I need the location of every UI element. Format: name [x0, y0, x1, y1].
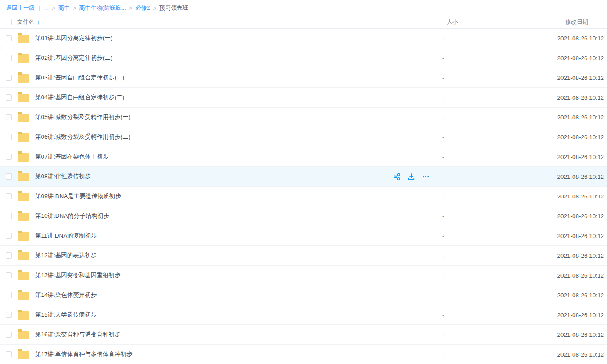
file-date: 2021-08-26 10:12: [557, 332, 604, 338]
row-checkbox[interactable]: [6, 351, 12, 357]
file-size: -: [442, 292, 444, 299]
breadcrumb-item-biology[interactable]: 高中生物(陆巍巍...: [79, 4, 126, 12]
file-name[interactable]: 第10讲:DNA的分子结构初步: [35, 212, 109, 220]
breadcrumb-item-bixiu2[interactable]: 必修2: [135, 4, 150, 12]
file-date: 2021-08-26 10:12: [557, 173, 604, 180]
table-header: 文件名 ↑ 大小 修改日期: [0, 16, 607, 29]
file-name[interactable]: 第06讲:减数分裂及受精作用初步(二): [35, 133, 130, 141]
file-size: -: [442, 55, 444, 61]
row-checkbox[interactable]: [6, 114, 12, 120]
breadcrumb-item-gaozhong[interactable]: 高中: [58, 4, 70, 12]
breadcrumb-separator: >: [52, 5, 55, 11]
row-checkbox[interactable]: [6, 154, 12, 160]
file-list: 第01讲:基因分离定律初步(一) - 2021-08-26 10:12: [0, 29, 607, 364]
row-checkbox[interactable]: [6, 312, 12, 318]
file-name[interactable]: 第02讲:基因分离定律初步(二): [35, 54, 112, 62]
table-row[interactable]: 第06讲:减数分裂及受精作用初步(二) - 2021-08-26 10:12: [0, 127, 607, 147]
file-size: -: [442, 272, 444, 279]
file-size: -: [442, 173, 444, 180]
table-row[interactable]: 第07讲:基因在染色体上初步 - 2021-08-26 10:12: [0, 147, 607, 167]
file-name[interactable]: 第08讲:伴性遗传初步: [35, 173, 91, 180]
table-row[interactable]: 第02讲:基因分离定律初步(二) - 2021-08-26 10:12: [0, 48, 607, 68]
table-row[interactable]: 第09讲:DNA是主要遗传物质初步 - 2021-08-26 10:12: [0, 187, 607, 206]
table-row[interactable]: 第12讲:基因的表达初步 - 2021-08-26 10:12: [0, 246, 607, 266]
breadcrumb: 返回上一级 | ... > 高中 > 高中生物(陆巍巍... > 必修2 > 预…: [0, 0, 607, 16]
file-size: -: [442, 213, 444, 220]
row-checkbox[interactable]: [6, 272, 12, 278]
folder-icon: [18, 173, 29, 181]
row-checkbox[interactable]: [6, 55, 12, 61]
breadcrumb-item-current: 预习领先班: [159, 4, 188, 12]
column-header-date[interactable]: 修改日期: [565, 18, 588, 26]
table-row[interactable]: 第13讲:基因突变和基因重组初步 - 2021-08-26 10:12: [0, 266, 607, 285]
select-all-checkbox[interactable]: [6, 19, 12, 25]
file-date: 2021-08-26 10:12: [557, 312, 604, 318]
file-name[interactable]: 第12讲:基因的表达初步: [35, 252, 97, 259]
table-row[interactable]: 第17讲:单倍体育种与多倍体育种初步 - 2021-08-26 10:12: [0, 345, 607, 364]
table-row[interactable]: 第03讲:基因自由组合定律初步(一) - 2021-08-26 10:12: [0, 68, 607, 88]
table-row[interactable]: 第01讲:基因分离定律初步(一) - 2021-08-26 10:12: [0, 29, 607, 48]
row-checkbox[interactable]: [6, 173, 12, 180]
file-size: -: [442, 134, 444, 141]
folder-icon: [18, 232, 29, 241]
file-size: -: [442, 252, 444, 259]
folder-icon: [18, 54, 29, 63]
file-name[interactable]: 第14讲:染色体变异初步: [35, 291, 97, 299]
row-checkbox[interactable]: [6, 252, 12, 259]
table-row[interactable]: 第15讲:人类遗传病初步 - 2021-08-26 10:12: [0, 305, 607, 325]
table-row[interactable]: 第14讲:染色体变异初步 - 2021-08-26 10:12: [0, 285, 607, 305]
folder-icon: [18, 213, 29, 221]
row-checkbox[interactable]: [6, 292, 12, 298]
file-name[interactable]: 第15讲:人类遗传病初步: [35, 311, 97, 319]
folder-icon: [18, 272, 29, 280]
row-checkbox[interactable]: [6, 332, 12, 338]
file-name[interactable]: 第05讲:减数分裂及受精作用初步(一): [35, 113, 130, 121]
back-link[interactable]: 返回上一级: [6, 4, 35, 12]
file-name[interactable]: 第11讲:DNA的复制初步: [35, 232, 97, 240]
file-name[interactable]: 第04讲:基因自由组合定律初步(二): [35, 94, 124, 101]
row-checkbox[interactable]: [6, 193, 12, 199]
file-size: -: [442, 114, 444, 121]
table-row[interactable]: 第10讲:DNA的分子结构初步 - 2021-08-26 10:12: [0, 206, 607, 226]
file-date: 2021-08-26 10:12: [557, 134, 604, 141]
folder-icon: [18, 74, 29, 83]
breadcrumb-item-ellipsis[interactable]: ...: [44, 5, 49, 11]
file-name[interactable]: 第03讲:基因自由组合定律初步(一): [35, 74, 124, 82]
folder-icon: [18, 35, 29, 43]
file-name[interactable]: 第16讲:杂交育种与诱变育种初步: [35, 331, 120, 339]
table-row[interactable]: 第16讲:杂交育种与诱变育种初步 - 2021-08-26 10:12: [0, 325, 607, 345]
folder-icon: [18, 94, 29, 102]
folder-icon: [18, 292, 29, 300]
file-size: -: [442, 154, 444, 160]
column-header-filename[interactable]: 文件名: [17, 18, 34, 26]
row-checkbox[interactable]: [6, 213, 12, 219]
row-checkbox[interactable]: [6, 35, 12, 41]
table-row[interactable]: 第08讲:伴性遗传初步 - 2021-08-26 10:12: [0, 167, 607, 187]
column-header-size[interactable]: 大小: [447, 18, 458, 26]
file-name[interactable]: 第17讲:单倍体育种与多倍体育种初步: [35, 350, 132, 358]
table-row[interactable]: 第11讲:DNA的复制初步 - 2021-08-26 10:12: [0, 226, 607, 246]
file-name[interactable]: 第13讲:基因突变和基因重组初步: [35, 271, 120, 279]
row-checkbox[interactable]: [6, 134, 12, 140]
row-checkbox[interactable]: [6, 75, 12, 81]
file-size: -: [442, 193, 444, 200]
file-size: -: [442, 312, 444, 318]
file-date: 2021-08-26 10:12: [557, 292, 604, 299]
file-date: 2021-08-26 10:12: [557, 154, 604, 160]
table-row[interactable]: 第05讲:减数分裂及受精作用初步(一) - 2021-08-26 10:12: [0, 108, 607, 127]
file-name[interactable]: 第07讲:基因在染色体上初步: [35, 153, 108, 161]
file-size: -: [442, 75, 444, 81]
row-checkbox[interactable]: [6, 94, 12, 101]
file-name[interactable]: 第09讲:DNA是主要遗传物质初步: [35, 192, 121, 200]
more-actions-icon[interactable]: [422, 173, 430, 180]
file-date: 2021-08-26 10:12: [557, 213, 604, 220]
download-icon[interactable]: [408, 173, 415, 180]
file-date: 2021-08-26 10:12: [557, 55, 604, 61]
row-checkbox[interactable]: [6, 233, 12, 239]
file-name[interactable]: 第01讲:基因分离定律初步(一): [35, 34, 112, 42]
folder-icon: [18, 311, 29, 320]
breadcrumb-separator: >: [129, 5, 133, 11]
file-date: 2021-08-26 10:12: [557, 233, 604, 239]
table-row[interactable]: 第04讲:基因自由组合定律初步(二) - 2021-08-26 10:12: [0, 88, 607, 108]
share-icon[interactable]: [393, 173, 401, 180]
